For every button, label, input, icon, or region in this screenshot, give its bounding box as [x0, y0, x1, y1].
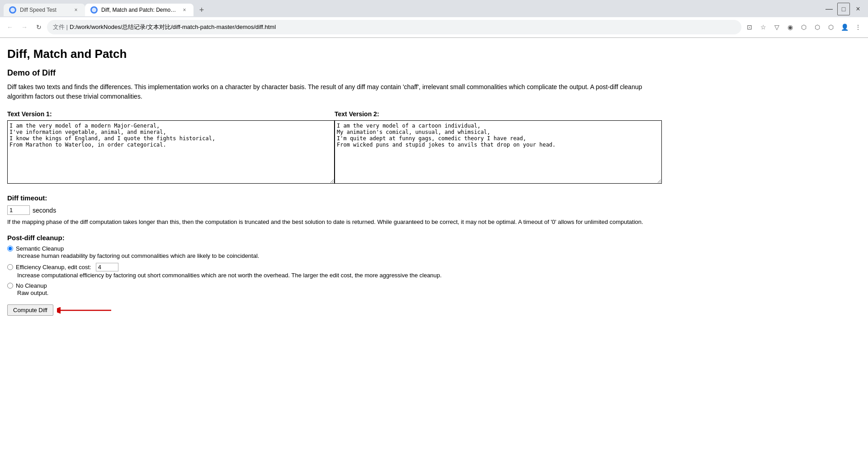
tab1-favicon — [9, 6, 16, 14]
no-cleanup-label[interactable]: No Cleanup — [16, 282, 47, 289]
filter-icon[interactable]: ▽ — [770, 21, 783, 33]
cleanup-section: Post-diff cleanup: Semantic Cleanup Incr… — [7, 234, 662, 316]
semantic-desc: Increase human readability by factoring … — [17, 252, 662, 260]
radio-group: Semantic Cleanup Increase human readabil… — [7, 245, 662, 298]
address-protocol: 文件 | — [53, 23, 68, 31]
text2-input[interactable] — [335, 120, 662, 184]
tab-diff-match-patch[interactable]: Diff, Match and Patch: Demo … × — [85, 4, 193, 16]
tab1-close-icon[interactable]: × — [72, 6, 80, 14]
text1-input[interactable] — [7, 120, 335, 184]
timeout-input[interactable] — [7, 205, 30, 215]
description: Diff takes two texts and finds the diffe… — [7, 82, 662, 101]
tab2-close-icon[interactable]: × — [181, 6, 188, 14]
bookmark-icon[interactable]: ☆ — [757, 21, 769, 33]
efficiency-radio[interactable] — [7, 264, 13, 270]
no-cleanup-radio[interactable] — [7, 283, 13, 289]
edit-cost-input[interactable] — [96, 263, 118, 271]
nav-bar: ← → ↻ 文件 | D:/work/workNodes/总结记录/文本对比/d… — [0, 17, 868, 38]
section-title: Demo of Diff — [7, 68, 662, 78]
timeout-row: seconds — [7, 205, 662, 215]
reload-button[interactable]: ↻ — [33, 21, 45, 33]
tab2-favicon — [90, 6, 98, 14]
timeout-desc: If the mapping phase of the diff computa… — [7, 218, 662, 227]
tab-diff-speed-test[interactable]: Diff Speed Test × — [4, 4, 85, 16]
tab1-title: Diff Speed Test — [20, 7, 69, 13]
semantic-radio[interactable] — [7, 246, 13, 252]
cleanup-label: Post-diff cleanup: — [7, 234, 662, 242]
extension2-icon[interactable]: ⬡ — [811, 21, 824, 33]
text2-group: Text Version 2: — [335, 110, 662, 185]
minimize-button[interactable]: — — [823, 3, 835, 15]
nav-actions: ⊡ ☆ ▽ ◉ ⬡ ⬡ ⬡ 👤 ⋮ — [743, 21, 864, 33]
no-cleanup-radio-row: No Cleanup — [7, 282, 662, 289]
browser-chrome: Diff Speed Test × Diff, Match and Patch:… — [0, 0, 868, 38]
no-cleanup-desc: Raw output. — [17, 289, 662, 297]
seconds-label: seconds — [33, 207, 56, 214]
maximize-button[interactable]: □ — [837, 3, 850, 15]
tab2-title: Diff, Match and Patch: Demo … — [101, 7, 177, 13]
back-button[interactable]: ← — [4, 21, 16, 33]
screenshot-icon[interactable]: ⊡ — [743, 21, 756, 33]
text1-label: Text Version 1: — [7, 110, 335, 118]
red-arrow — [57, 306, 116, 315]
timeout-section: Diff timeout: seconds If the mapping pha… — [7, 194, 662, 227]
tab-bar: Diff Speed Test × Diff, Match and Patch:… — [0, 0, 868, 17]
address-bar[interactable]: 文件 | D:/work/workNodes/总结记录/文本对比/diff-ma… — [47, 20, 741, 34]
semantic-option: Semantic Cleanup Increase human readabil… — [7, 245, 662, 260]
close-window-button[interactable]: × — [852, 3, 864, 15]
page-title: Diff, Match and Patch — [7, 47, 662, 61]
efficiency-label[interactable]: Efficiency Cleanup, edit cost: — [16, 264, 91, 271]
semantic-radio-row: Semantic Cleanup — [7, 245, 662, 252]
address-url: D:/work/workNodes/总结记录/文本对比/diff-match-p… — [70, 23, 736, 31]
new-tab-button[interactable]: + — [195, 4, 208, 16]
svg-point-0 — [10, 8, 15, 12]
efficiency-desc: Increase computational efficiency by fac… — [17, 271, 662, 280]
shield-icon[interactable]: ◉ — [784, 21, 797, 33]
efficiency-radio-row: Efficiency Cleanup, edit cost: — [7, 263, 662, 271]
forward-button[interactable]: → — [18, 21, 31, 33]
profile-icon[interactable]: 👤 — [838, 21, 851, 33]
svg-point-1 — [92, 8, 96, 12]
page-content: Diff, Match and Patch Demo of Diff Diff … — [0, 38, 669, 334]
extension3-icon[interactable]: ⬡ — [825, 21, 837, 33]
text1-group: Text Version 1: — [7, 110, 335, 185]
menu-icon[interactable]: ⋮ — [852, 21, 864, 33]
text-areas-container: Text Version 1: Text Version 2: — [7, 110, 662, 185]
page-scroll-area[interactable]: Diff, Match and Patch Demo of Diff Diff … — [0, 38, 868, 470]
timeout-label: Diff timeout: — [7, 194, 662, 202]
extension1-icon[interactable]: ⬡ — [797, 21, 810, 33]
semantic-label[interactable]: Semantic Cleanup — [16, 245, 64, 252]
efficiency-option: Efficiency Cleanup, edit cost: Increase … — [7, 263, 662, 280]
compute-diff-button[interactable]: Compute Diff — [7, 304, 53, 316]
compute-section: Compute Diff — [7, 304, 662, 316]
no-cleanup-option: No Cleanup Raw output. — [7, 282, 662, 297]
text2-label: Text Version 2: — [335, 110, 662, 118]
